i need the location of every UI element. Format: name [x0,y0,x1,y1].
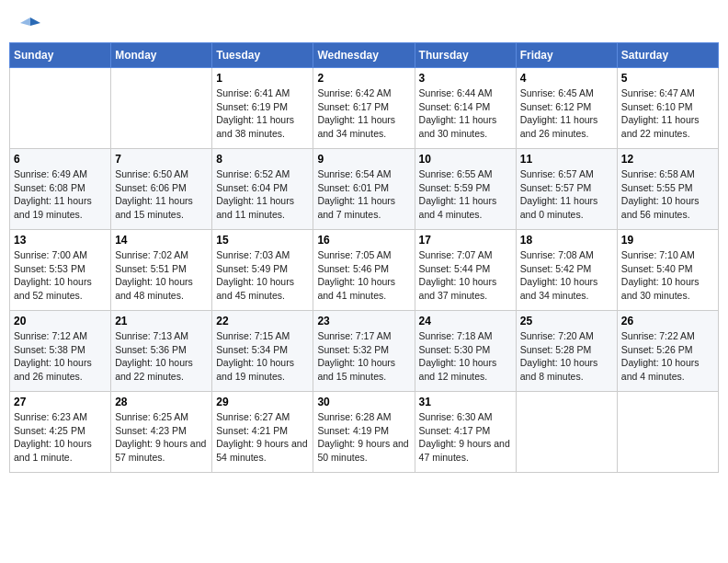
day-number: 9 [317,153,410,166]
calendar-cell: 12Sunrise: 6:58 AM Sunset: 5:55 PM Dayli… [617,149,718,230]
calendar-week-row: 27Sunrise: 6:23 AM Sunset: 4:25 PM Dayli… [10,392,719,473]
day-info: Sunrise: 6:41 AM Sunset: 6:19 PM Dayligh… [216,86,309,141]
day-info: Sunrise: 7:07 AM Sunset: 5:44 PM Dayligh… [419,248,512,303]
day-info: Sunrise: 6:28 AM Sunset: 4:19 PM Dayligh… [317,410,410,465]
page-header [9,9,719,35]
calendar-cell [617,392,718,473]
calendar-header-monday: Monday [111,43,212,68]
day-info: Sunrise: 6:30 AM Sunset: 4:17 PM Dayligh… [419,410,512,465]
day-info: Sunrise: 6:25 AM Sunset: 4:23 PM Dayligh… [115,410,208,465]
day-info: Sunrise: 6:57 AM Sunset: 5:57 PM Dayligh… [520,167,613,222]
day-info: Sunrise: 7:05 AM Sunset: 5:46 PM Dayligh… [317,248,410,303]
calendar-cell: 25Sunrise: 7:20 AM Sunset: 5:28 PM Dayli… [516,311,617,392]
calendar-header-sunday: Sunday [10,43,111,68]
day-info: Sunrise: 6:23 AM Sunset: 4:25 PM Dayligh… [14,410,107,465]
day-number: 14 [115,234,208,247]
day-number: 6 [14,153,107,166]
day-number: 23 [317,315,410,327]
calendar-table: SundayMondayTuesdayWednesdayThursdayFrid… [9,42,719,473]
day-number: 11 [520,153,613,166]
svg-marker-1 [20,17,30,26]
day-info: Sunrise: 7:12 AM Sunset: 5:38 PM Dayligh… [14,329,107,384]
calendar-cell: 18Sunrise: 7:08 AM Sunset: 5:42 PM Dayli… [516,230,617,311]
day-info: Sunrise: 7:03 AM Sunset: 5:49 PM Dayligh… [216,248,309,303]
day-number: 31 [419,396,512,408]
calendar-week-row: 13Sunrise: 7:00 AM Sunset: 5:53 PM Dayli… [10,230,719,311]
day-number: 25 [520,315,613,327]
day-info: Sunrise: 7:18 AM Sunset: 5:30 PM Dayligh… [419,329,512,384]
calendar-cell: 3Sunrise: 6:44 AM Sunset: 6:14 PM Daylig… [415,68,516,149]
day-number: 2 [317,72,410,85]
day-info: Sunrise: 7:08 AM Sunset: 5:42 PM Dayligh… [520,248,613,303]
calendar-cell: 22Sunrise: 7:15 AM Sunset: 5:34 PM Dayli… [212,311,313,392]
calendar-header-row: SundayMondayTuesdayWednesdayThursdayFrid… [10,43,719,68]
day-info: Sunrise: 6:44 AM Sunset: 6:14 PM Dayligh… [419,86,512,141]
calendar-week-row: 6Sunrise: 6:49 AM Sunset: 6:08 PM Daylig… [10,149,719,230]
logo [18,14,40,30]
day-info: Sunrise: 7:15 AM Sunset: 5:34 PM Dayligh… [216,329,309,384]
calendar-cell: 14Sunrise: 7:02 AM Sunset: 5:51 PM Dayli… [111,230,212,311]
day-info: Sunrise: 6:58 AM Sunset: 5:55 PM Dayligh… [621,167,714,222]
day-info: Sunrise: 7:10 AM Sunset: 5:40 PM Dayligh… [621,248,714,303]
calendar-cell: 30Sunrise: 6:28 AM Sunset: 4:19 PM Dayli… [313,392,415,473]
day-info: Sunrise: 6:55 AM Sunset: 5:59 PM Dayligh… [419,167,512,222]
svg-marker-0 [30,17,40,26]
calendar-cell: 15Sunrise: 7:03 AM Sunset: 5:49 PM Dayli… [212,230,313,311]
calendar-cell: 17Sunrise: 7:07 AM Sunset: 5:44 PM Dayli… [415,230,516,311]
calendar-cell: 27Sunrise: 6:23 AM Sunset: 4:25 PM Dayli… [10,392,111,473]
day-number: 10 [419,153,512,166]
day-info: Sunrise: 7:13 AM Sunset: 5:36 PM Dayligh… [115,329,208,384]
calendar-cell: 7Sunrise: 6:50 AM Sunset: 6:06 PM Daylig… [111,149,212,230]
calendar-cell [516,392,617,473]
calendar-cell: 8Sunrise: 6:52 AM Sunset: 6:04 PM Daylig… [212,149,313,230]
calendar-cell: 13Sunrise: 7:00 AM Sunset: 5:53 PM Dayli… [10,230,111,311]
day-info: Sunrise: 6:45 AM Sunset: 6:12 PM Dayligh… [520,86,613,141]
logo-bird-icon [20,14,40,34]
calendar-cell: 2Sunrise: 6:42 AM Sunset: 6:17 PM Daylig… [313,68,415,149]
calendar-cell: 20Sunrise: 7:12 AM Sunset: 5:38 PM Dayli… [10,311,111,392]
calendar-cell [111,68,212,149]
calendar-cell: 10Sunrise: 6:55 AM Sunset: 5:59 PM Dayli… [415,149,516,230]
day-number: 27 [14,396,107,408]
calendar-cell: 11Sunrise: 6:57 AM Sunset: 5:57 PM Dayli… [516,149,617,230]
calendar-header-friday: Friday [516,43,617,68]
day-number: 28 [115,396,208,408]
day-number: 1 [216,72,309,85]
calendar-header-wednesday: Wednesday [313,43,415,68]
day-info: Sunrise: 6:49 AM Sunset: 6:08 PM Dayligh… [14,167,107,222]
calendar-cell: 24Sunrise: 7:18 AM Sunset: 5:30 PM Dayli… [415,311,516,392]
calendar-cell: 6Sunrise: 6:49 AM Sunset: 6:08 PM Daylig… [10,149,111,230]
day-number: 19 [621,234,714,247]
day-number: 16 [317,234,410,247]
day-info: Sunrise: 7:00 AM Sunset: 5:53 PM Dayligh… [14,248,107,303]
day-number: 22 [216,315,309,327]
calendar-week-row: 20Sunrise: 7:12 AM Sunset: 5:38 PM Dayli… [10,311,719,392]
day-number: 18 [520,234,613,247]
day-number: 29 [216,396,309,408]
calendar-cell: 19Sunrise: 7:10 AM Sunset: 5:40 PM Dayli… [617,230,718,311]
day-info: Sunrise: 7:20 AM Sunset: 5:28 PM Dayligh… [520,329,613,384]
calendar-cell: 16Sunrise: 7:05 AM Sunset: 5:46 PM Dayli… [313,230,415,311]
day-number: 7 [115,153,208,166]
day-info: Sunrise: 6:27 AM Sunset: 4:21 PM Dayligh… [216,410,309,465]
day-info: Sunrise: 6:47 AM Sunset: 6:10 PM Dayligh… [621,86,714,141]
day-number: 3 [419,72,512,85]
day-info: Sunrise: 6:54 AM Sunset: 6:01 PM Dayligh… [317,167,410,222]
calendar-cell: 23Sunrise: 7:17 AM Sunset: 5:32 PM Dayli… [313,311,415,392]
calendar-week-row: 1Sunrise: 6:41 AM Sunset: 6:19 PM Daylig… [10,68,719,149]
day-info: Sunrise: 6:50 AM Sunset: 6:06 PM Dayligh… [115,167,208,222]
day-info: Sunrise: 7:02 AM Sunset: 5:51 PM Dayligh… [115,248,208,303]
day-number: 12 [621,153,714,166]
day-number: 17 [419,234,512,247]
day-info: Sunrise: 6:52 AM Sunset: 6:04 PM Dayligh… [216,167,309,222]
calendar-cell: 9Sunrise: 6:54 AM Sunset: 6:01 PM Daylig… [313,149,415,230]
calendar-cell: 29Sunrise: 6:27 AM Sunset: 4:21 PM Dayli… [212,392,313,473]
calendar-cell: 28Sunrise: 6:25 AM Sunset: 4:23 PM Dayli… [111,392,212,473]
day-number: 26 [621,315,714,327]
day-number: 21 [115,315,208,327]
calendar-header-thursday: Thursday [415,43,516,68]
calendar-cell: 21Sunrise: 7:13 AM Sunset: 5:36 PM Dayli… [111,311,212,392]
day-number: 4 [520,72,613,85]
calendar-header-tuesday: Tuesday [212,43,313,68]
day-number: 5 [621,72,714,85]
